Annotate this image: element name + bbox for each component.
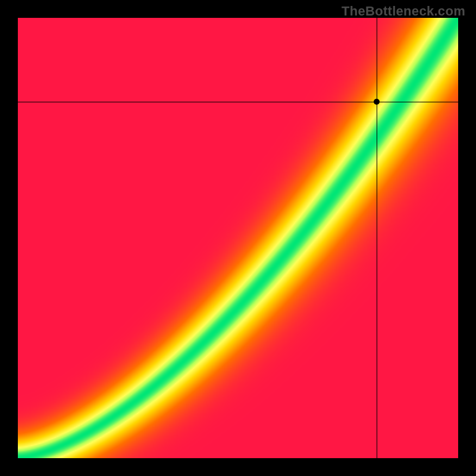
bottleneck-heatmap xyxy=(18,18,458,458)
crosshair-horizontal xyxy=(18,102,458,102)
watermark-text: TheBottleneck.com xyxy=(342,4,465,19)
chart-frame: TheBottleneck.com xyxy=(0,0,476,476)
crosshair-vertical xyxy=(377,18,377,458)
selected-point-marker xyxy=(374,99,380,105)
